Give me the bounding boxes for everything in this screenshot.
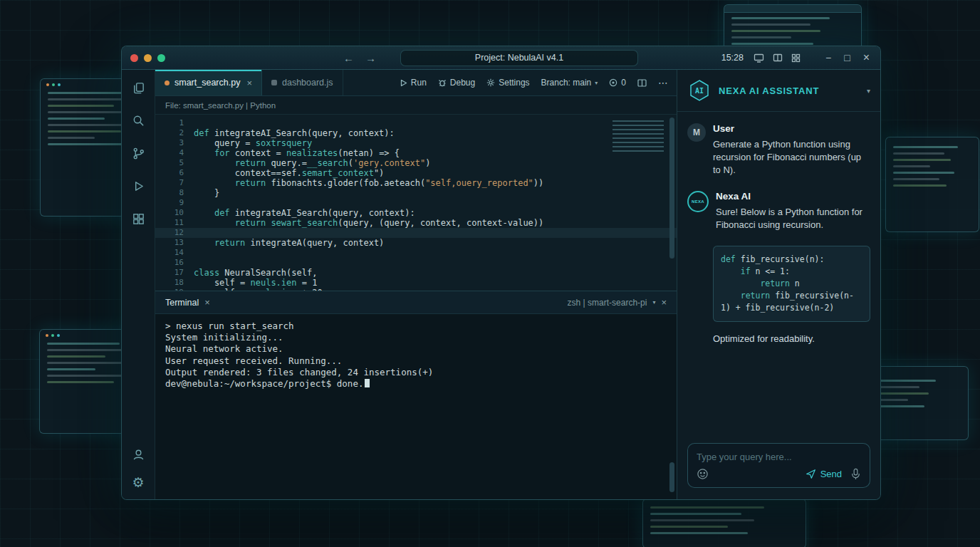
terminal-scrollbar-thumb[interactable] (669, 462, 674, 492)
terminal-cursor (365, 379, 370, 387)
code-line[interactable]: 8 } (155, 188, 677, 198)
terminal-line: User request received. Running... (165, 355, 667, 367)
branch-selector[interactable]: Branch: main ▾ (541, 78, 598, 88)
decor-line (47, 368, 95, 370)
settings-button[interactable]: Settings (486, 78, 529, 88)
tab-dashboard[interactable]: dashboard.js (262, 70, 343, 95)
decor-line (47, 362, 127, 364)
decor-line (47, 355, 105, 358)
chat-note: Optimized for readability. (713, 333, 870, 344)
close-traffic-light[interactable] (130, 54, 138, 62)
minimize-traffic-light[interactable] (144, 54, 152, 62)
code-line[interactable]: 17class NeuralSearch(self, (155, 268, 677, 278)
code-line[interactable]: 5 return query.=__search('gery.context") (155, 158, 677, 168)
decor-line (47, 343, 120, 345)
code-text: return sewart_search(query, (query, cont… (194, 218, 543, 228)
code-text: def integrateAI_Search(query, context): (194, 128, 395, 138)
code-line[interactable]: 1 (155, 118, 677, 128)
code-line[interactable]: 14 (155, 248, 677, 258)
code-text: return fibonachts.gloder(fob.aeteach("se… (194, 178, 543, 188)
terminal-tab-close-icon[interactable]: × (204, 297, 210, 308)
maximize-button[interactable]: □ (842, 53, 852, 63)
git-branch-icon[interactable] (132, 147, 145, 160)
code-line[interactable]: 19 self = neuls.ize + 20 (155, 288, 677, 291)
code-line[interactable]: 10 def integrateAI_Search(query, context… (155, 208, 677, 218)
extensions-icon[interactable] (132, 212, 145, 226)
decor-line (48, 105, 114, 107)
code-editor[interactable]: 1 2def integrateAI_Search(query, context… (155, 115, 677, 291)
user-avatar: M (687, 123, 706, 142)
line-number: 9 (155, 198, 194, 208)
message-text: Sure! Below is a Python function for Fib… (716, 206, 870, 231)
decor-line (48, 118, 105, 120)
toolbar: Run Debug Settings (400, 70, 677, 95)
send-button[interactable]: Send (806, 469, 842, 479)
activity-bar-bottom: ⚙ (132, 448, 145, 489)
emoji-icon[interactable] (697, 468, 709, 480)
more-actions-icon[interactable]: ⋯ (658, 77, 668, 88)
code-line[interactable]: 7 return fibonachts.gloder(fob.aeteach("… (155, 178, 677, 188)
code-line[interactable]: 9 (155, 198, 677, 208)
code-line[interactable]: 16 (155, 258, 677, 268)
problems-counter[interactable]: 0 (609, 78, 626, 88)
editor-scrollbar[interactable] (669, 118, 674, 288)
zoom-traffic-light[interactable] (157, 54, 165, 62)
window-body: ⚙ smart_search.py × dashboard.js (122, 70, 880, 499)
code-line[interactable]: 11 return sewart_search(query, (query, c… (155, 218, 677, 228)
files-icon[interactable] (132, 81, 145, 95)
decor-line (48, 143, 124, 145)
code-line[interactable]: 18 self = neuls.ien = 1 (155, 278, 677, 288)
line-number: 7 (155, 178, 194, 188)
decor-line (731, 24, 810, 26)
search-icon[interactable] (132, 114, 145, 127)
line-number: 4 (155, 148, 194, 158)
tab-close-icon[interactable]: × (246, 78, 252, 88)
close-button[interactable]: × (861, 52, 872, 63)
minimap[interactable] (612, 120, 664, 153)
decor-line (48, 124, 131, 126)
decor-line (893, 146, 958, 148)
chevron-down-icon[interactable]: ▾ (652, 299, 655, 306)
code-text: self = neuls.ize + 20 (194, 288, 323, 291)
back-arrow-icon[interactable]: ← (340, 53, 357, 63)
code-block-line: return fib_recursive(n- (721, 290, 862, 302)
settings-gear-icon[interactable]: ⚙ (132, 476, 144, 489)
grid-layout-icon[interactable] (791, 53, 801, 63)
terminal-tab[interactable]: Terminal × (165, 297, 210, 308)
split-editor-icon[interactable] (637, 79, 647, 87)
background-window-header (724, 5, 861, 13)
microphone-icon[interactable] (850, 468, 861, 480)
terminal-prompt-line: dev@nebula:~/workspace/project$ done. (165, 378, 667, 390)
code-line[interactable]: 6 context==sef.semart_context") (155, 168, 677, 178)
chevron-down-icon[interactable]: ▾ (867, 87, 870, 95)
file-info-text: File: smart_search.py | Python (165, 101, 276, 110)
line-number: 14 (155, 248, 194, 258)
account-icon[interactable] (132, 448, 145, 462)
settings-label: Settings (499, 78, 529, 88)
code-line[interactable]: 3 query = soxtrsquery (155, 138, 677, 148)
chat-input[interactable] (688, 444, 870, 464)
code-text: return query.=__search('gery.context") (194, 158, 430, 168)
forward-arrow-icon[interactable]: → (363, 53, 379, 63)
run-button[interactable]: Run (400, 78, 427, 88)
message-text: Generate a Python function using recursi… (713, 138, 870, 177)
code-line[interactable]: 12 (155, 228, 677, 238)
terminal-close-icon[interactable]: × (661, 297, 667, 308)
ide-window: ← → Project: NebulaAI v4.1 15:28 (121, 46, 881, 500)
terminal-line: Output rendered: 3 files changed, 24 ins… (165, 367, 667, 378)
code-line[interactable]: 13 return integrateA(query, context) (155, 238, 677, 248)
terminal-panel[interactable]: > nexus run start_searchSystem initializ… (155, 314, 677, 499)
debug-button[interactable]: Debug (438, 78, 475, 88)
scrollbar-thumb[interactable] (669, 118, 674, 259)
file-info-bar: File: smart_search.py | Python (155, 96, 677, 115)
minimize-button[interactable]: − (823, 53, 833, 63)
code-line[interactable]: 4 for context = nealizates(netan) => { (155, 148, 677, 158)
chat-input-actions: Send (688, 464, 870, 487)
monitor-icon[interactable] (754, 53, 764, 63)
terminal-line: > nexus run start_search (165, 321, 667, 332)
run-icon[interactable] (132, 179, 145, 193)
traffic-lights (130, 54, 165, 62)
tab-smart-search[interactable]: smart_search.py × (155, 70, 262, 95)
split-view-icon[interactable] (773, 53, 783, 62)
code-line[interactable]: 2def integrateAI_Search(query, context): (155, 128, 677, 138)
